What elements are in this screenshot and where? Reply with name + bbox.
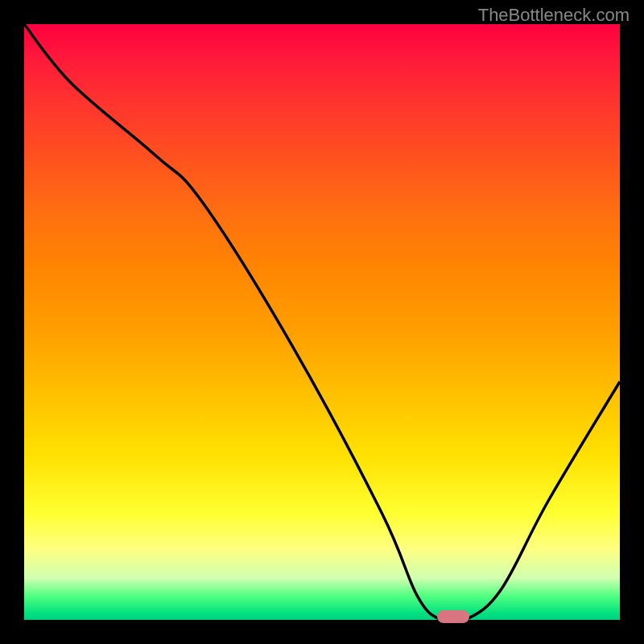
bottleneck-curve-svg [24, 24, 620, 620]
chart-container: TheBottleneck.com [0, 0, 644, 644]
bottleneck-curve-path [24, 24, 620, 620]
optimal-point-marker [437, 610, 469, 623]
watermark-text: TheBottleneck.com [478, 5, 630, 26]
